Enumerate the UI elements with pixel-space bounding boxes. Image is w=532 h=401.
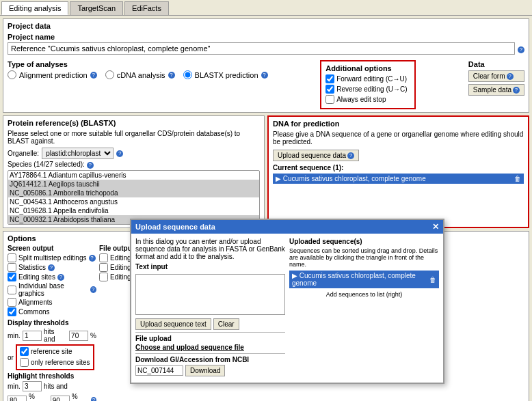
species-nc019628[interactable]: NC_019628.1 Appella endivifolia xyxy=(8,206,259,215)
min-hits-input[interactable] xyxy=(23,331,42,341)
file-choose-row: Choose and upload sequence file xyxy=(135,344,285,351)
sample-data-button[interactable]: Sample data ? xyxy=(468,84,524,96)
project-name-info-icon[interactable]: ? xyxy=(518,46,524,53)
upload-dialog: Upload sequence data ✕ In this dialog yo… xyxy=(130,219,444,384)
species-label: Species (14/27 selected): ? xyxy=(8,161,260,169)
highlight-row-1: min. hits and xyxy=(8,381,96,391)
organelle-info-icon[interactable]: ? xyxy=(116,150,123,157)
project-title: Project data xyxy=(8,22,524,30)
type-analyses-label: Type of analyses xyxy=(8,60,268,68)
tab-bar: Editing analysis TargetScan EdiFacts xyxy=(0,0,532,16)
reverse-editing-option[interactable]: Reverse editing (U→C) xyxy=(325,85,410,94)
split-info-icon[interactable]: ? xyxy=(89,255,96,262)
dna-description: Please give a DNA sequence of a gene or … xyxy=(273,130,524,146)
highlight-thresholds: Highlight thresholds min. hits and % lig… xyxy=(8,372,96,401)
blastx-info-icon[interactable]: ? xyxy=(261,72,268,79)
protein-title: Protein reference(s) (BLASTX) xyxy=(8,119,260,127)
protein-section: Protein reference(s) (BLASTX) Please sel… xyxy=(3,115,265,228)
display-thresholds: Display thresholds min. hits and % or xyxy=(8,319,96,370)
species-jq614412[interactable]: JQ614412.1 Aegilops tauschii xyxy=(8,180,259,189)
tab-editing-analysis[interactable]: Editing analysis xyxy=(1,1,68,15)
radio-alignment[interactable]: Alignment prediction ? xyxy=(8,70,97,79)
radio-cdna[interactable]: cDNA analysis ? xyxy=(105,70,175,79)
dialog-right: Uploaded sequence(s) Sequences can be so… xyxy=(289,238,439,378)
text-input-label: Text input xyxy=(135,263,285,271)
current-sequence-label: Current sequence (1): xyxy=(273,164,524,171)
organelle-label: Organelle: xyxy=(8,150,39,157)
sequence-delete-icon[interactable]: 🗑 xyxy=(514,175,521,182)
upload-text-row: Upload sequence text Clear xyxy=(135,318,285,330)
opt-statistics[interactable]: Statistics ? xyxy=(8,263,96,272)
download-button[interactable]: Download xyxy=(185,365,225,376)
highlight-info-icon[interactable]: ? xyxy=(91,397,96,401)
dialog-left: In this dialog you can enter and/or uplo… xyxy=(135,238,285,378)
threshold-row: min. hits and % xyxy=(8,328,96,343)
additional-options-box: Additional options Forward editing (C→U)… xyxy=(320,60,416,109)
species-info-icon[interactable]: ? xyxy=(87,162,94,169)
clear-text-button[interactable]: Clear xyxy=(213,318,239,330)
protein-dna-row: Protein reference(s) (BLASTX) Please sel… xyxy=(3,115,529,228)
reference-site-box: reference site only reference sites xyxy=(16,344,94,370)
upload-sequence-text-button[interactable]: Upload sequence text xyxy=(135,318,211,330)
radio-blastx[interactable]: BLASTX prediction ? xyxy=(183,70,268,79)
stats-info-icon[interactable]: ? xyxy=(48,264,55,271)
individual-base-info-icon[interactable]: ? xyxy=(90,286,96,293)
dialog-body: In this dialog you can enter and/or uplo… xyxy=(131,234,443,383)
cdna-info-icon[interactable]: ? xyxy=(168,72,175,79)
opt-editing-sites[interactable]: Editing sites ? xyxy=(8,273,96,281)
seq-delete-icon[interactable]: 🗑 xyxy=(429,276,436,284)
dna-section: DNA for prediction Please give a DNA seq… xyxy=(267,115,529,228)
data-box: Data Clear form ? Sample data ? xyxy=(468,60,524,96)
additional-options-title: Additional options xyxy=(325,64,410,72)
opt-commons[interactable]: Commons xyxy=(8,307,96,316)
type-analyses-row: Alignment prediction ? cDNA analysis ? B… xyxy=(8,70,268,79)
file-upload-label: File upload xyxy=(135,335,285,342)
species-nc004543[interactable]: NC_004543.1 Anthoceros angustus xyxy=(8,197,259,206)
species-nc005086[interactable]: NC_005086.1 Amborella trichopoda xyxy=(8,189,259,197)
editing-sites-info-icon[interactable]: ? xyxy=(57,274,64,281)
opt-only-reference[interactable]: only reference sites xyxy=(20,358,90,367)
upload-seq-info-icon[interactable]: ? xyxy=(347,152,354,159)
screen-output-title: Screen output xyxy=(8,245,96,252)
forward-editing-option[interactable]: Forward editing (C→U) xyxy=(325,74,410,83)
species-ay178864[interactable]: AY178864.1 Adiantum capillus-veneris xyxy=(8,171,259,180)
highlight-label: Highlight thresholds xyxy=(8,372,96,380)
percent-input[interactable] xyxy=(69,331,88,341)
download-label: Download GI/Accession from NCBI xyxy=(135,356,285,363)
add-sequences-label: Add sequences to list (right) xyxy=(289,291,439,298)
uploaded-seq-item: ▶ Cucumis sativus chloroplast, complete … xyxy=(289,271,439,288)
accession-row: Download xyxy=(135,365,285,376)
dialog-close-button[interactable]: ✕ xyxy=(432,222,439,232)
always-edit-stop-option[interactable]: Always edit stop xyxy=(325,95,410,104)
clear-form-button[interactable]: Clear form ? xyxy=(468,70,524,82)
uploaded-sequences-title: Uploaded sequence(s) xyxy=(289,238,439,245)
file-choose-link[interactable]: Choose and upload sequence file xyxy=(135,344,244,351)
alignment-info-icon[interactable]: ? xyxy=(90,72,97,79)
clear-form-info-icon[interactable]: ? xyxy=(507,73,514,80)
opt-reference-site[interactable]: reference site xyxy=(20,347,90,356)
upload-sequence-button[interactable]: Upload sequence data ? xyxy=(273,150,359,161)
dialog-titlebar: Upload sequence data ✕ xyxy=(131,220,443,234)
highlight-pct1-input[interactable] xyxy=(8,396,27,402)
highlight-min-input[interactable] xyxy=(23,381,42,391)
dialog-description: In this dialog you can enter and/or uplo… xyxy=(135,238,285,260)
species-list[interactable]: AY178864.1 Adiantum capillus-veneris JQ6… xyxy=(8,170,260,225)
project-section: Project data Project name ? Type of anal… xyxy=(3,18,529,113)
opt-alignments[interactable]: Alignments xyxy=(8,298,96,307)
tab-targetscan[interactable]: TargetScan xyxy=(70,1,123,15)
opt-split-multistep[interactable]: Split multistep editings ? xyxy=(8,253,96,262)
display-threshold-label: Display thresholds xyxy=(8,319,96,327)
organelle-row: Organelle: plastid:chloroplast ? xyxy=(8,148,260,159)
organelle-select[interactable]: plastid:chloroplast xyxy=(42,148,114,159)
text-input-area[interactable] xyxy=(135,274,285,315)
opt-individual-base[interactable]: Individual base graphics ? xyxy=(8,282,96,297)
project-name-label: Project name xyxy=(8,33,524,41)
accession-input[interactable] xyxy=(135,365,183,376)
tab-edifacts[interactable]: EdiFacts xyxy=(124,1,169,15)
dna-title: DNA for prediction xyxy=(273,120,524,128)
screen-output-col: Screen output Split multistep editings ?… xyxy=(8,245,96,401)
protein-description: Please select one or more suitable full … xyxy=(8,130,260,145)
project-name-input[interactable] xyxy=(8,42,515,55)
highlight-pct2-input[interactable] xyxy=(51,396,70,402)
sample-data-info-icon[interactable]: ? xyxy=(513,87,520,94)
